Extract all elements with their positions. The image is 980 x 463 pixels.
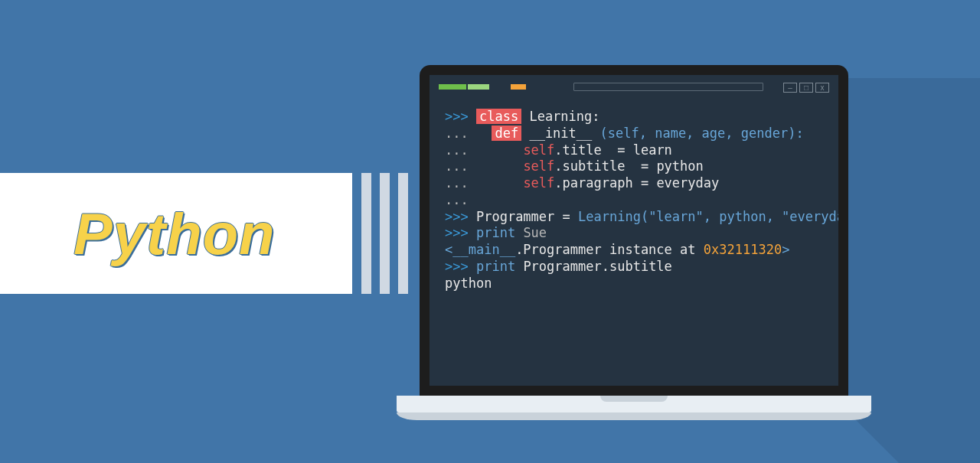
tab-chip (511, 84, 526, 90)
tab-chip (439, 84, 466, 90)
page-title: Python (74, 201, 276, 267)
title-bar: Python (0, 173, 352, 294)
window-chrome: – □ x (436, 81, 832, 95)
code-block: >>> class Learning: ... def __init__ (se… (445, 109, 829, 292)
laptop-notch (600, 396, 668, 402)
laptop-bezel: – □ x >>> class Learning: ... def __init… (420, 65, 848, 396)
laptop: – □ x >>> class Learning: ... def __init… (420, 65, 848, 420)
terminal-screen: – □ x >>> class Learning: ... def __init… (430, 75, 838, 386)
close-button[interactable]: x (815, 83, 829, 93)
minimize-button[interactable]: – (783, 83, 797, 93)
laptop-base-lip (397, 412, 871, 420)
address-bar (573, 83, 763, 91)
stripes-left (361, 173, 408, 294)
maximize-button[interactable]: □ (799, 83, 813, 93)
tab-chip (468, 84, 489, 90)
